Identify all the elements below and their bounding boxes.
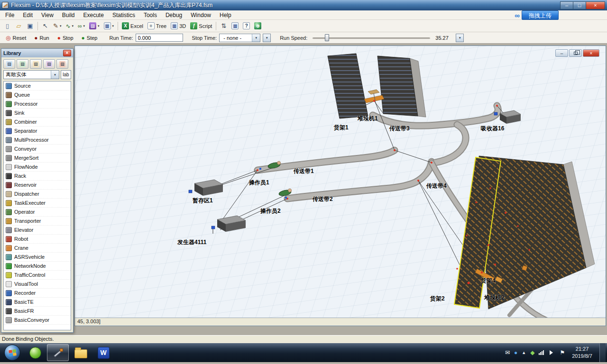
stop-time-options-button[interactable]: ▾ bbox=[263, 34, 271, 42]
library-item[interactable]: Transporter bbox=[4, 217, 71, 226]
library-item[interactable]: BasicTE bbox=[4, 298, 71, 307]
run-speed-options-button[interactable]: ▾ bbox=[456, 34, 464, 42]
library-tool-button-5[interactable]: ▤ bbox=[56, 59, 68, 69]
help-button[interactable]: ? bbox=[241, 21, 252, 31]
library-tool-button-2[interactable]: ▤ bbox=[17, 59, 28, 69]
run-speed-label: Run Speed: bbox=[280, 35, 307, 41]
library-item[interactable]: Queue bbox=[4, 91, 71, 100]
rack-shelf-top-right[interactable] bbox=[377, 56, 426, 117]
chevron-down-icon[interactable]: ▾ bbox=[252, 34, 260, 42]
library-item[interactable]: MergeSort bbox=[4, 154, 71, 163]
pointer-tool-button[interactable]: ↖ bbox=[40, 21, 51, 31]
taskbar-clock[interactable]: 21:27 2019/8/7 bbox=[569, 346, 595, 360]
action-center-flag-icon[interactable]: ⚑ bbox=[560, 350, 565, 355]
library-tool-button-3[interactable]: ▤ bbox=[30, 59, 42, 69]
model-3d-scene[interactable] bbox=[75, 46, 606, 318]
library-item[interactable]: BasicConveyor bbox=[4, 316, 71, 325]
slider-thumb[interactable] bbox=[325, 34, 329, 41]
library-close-button[interactable]: × bbox=[63, 50, 71, 56]
network-icon[interactable] bbox=[539, 350, 544, 355]
maximize-button[interactable]: □ bbox=[573, 1, 586, 9]
start-button[interactable] bbox=[4, 345, 20, 361]
library-item[interactable]: Elevator bbox=[4, 226, 71, 235]
new-model-button[interactable]: ▯ bbox=[2, 21, 13, 31]
library-title-bar[interactable]: Library × bbox=[1, 49, 73, 57]
library-item[interactable]: VisualTool bbox=[4, 280, 71, 289]
security-tray-icon[interactable]: ◆ bbox=[530, 350, 534, 355]
menu-item[interactable]: View bbox=[37, 11, 58, 19]
script-button[interactable]: ƒScript bbox=[188, 21, 214, 31]
minimize-button[interactable]: – bbox=[560, 1, 573, 9]
view-settings-button[interactable]: ▦▾ bbox=[102, 21, 116, 31]
connect-s-tool-button[interactable]: ∿▾ bbox=[64, 21, 75, 31]
save-model-button[interactable]: ▣ bbox=[25, 21, 36, 31]
menu-item[interactable]: Help bbox=[215, 11, 236, 19]
stop-button[interactable]: ●Stop bbox=[55, 34, 76, 42]
library-item[interactable]: FlowNode bbox=[4, 163, 71, 172]
menu-item[interactable]: Execute bbox=[79, 11, 108, 19]
menu-item[interactable]: File bbox=[1, 11, 18, 19]
menu-item[interactable]: Window bbox=[186, 11, 215, 19]
drag-upload-button[interactable]: 拖拽上传 bbox=[522, 10, 559, 20]
library-item[interactable]: MultiProcessor bbox=[4, 136, 71, 145]
step-button[interactable]: ●Step bbox=[79, 34, 101, 42]
library-item[interactable]: BasicFR bbox=[4, 307, 71, 316]
sort-tool-button[interactable]: ⇅ bbox=[218, 21, 229, 31]
table-tool-button[interactable]: ▦ bbox=[230, 21, 240, 31]
library-item[interactable]: Robot bbox=[4, 235, 71, 244]
stop-time-select[interactable]: - none - ▾ bbox=[219, 34, 260, 42]
library-tool-button-1[interactable]: ▤ bbox=[3, 59, 15, 69]
menu-item[interactable]: Tools bbox=[139, 11, 161, 19]
viewport-restore-button[interactable] bbox=[569, 49, 582, 57]
excel-button[interactable]: XExcel bbox=[120, 21, 145, 31]
library-item[interactable]: Source bbox=[4, 82, 71, 91]
web-button[interactable]: ⊕ bbox=[252, 21, 263, 31]
3d-view-button[interactable]: ▦3D bbox=[169, 21, 188, 31]
connect-a-tool-button[interactable]: ∞▾ bbox=[76, 21, 87, 31]
taskbar-flexsim-button[interactable] bbox=[47, 344, 69, 361]
taskbar-explorer-button[interactable] bbox=[70, 344, 92, 361]
run-button[interactable]: ●Run bbox=[31, 34, 52, 42]
volume-icon[interactable] bbox=[550, 350, 555, 355]
library-item[interactable]: Conveyor bbox=[4, 145, 71, 154]
library-item[interactable]: Separator bbox=[4, 127, 71, 136]
library-item[interactable]: Combiner bbox=[4, 118, 71, 127]
menu-item[interactable]: Edit bbox=[18, 11, 37, 19]
library-item[interactable]: Sink bbox=[4, 109, 71, 118]
library-item[interactable]: TaskExecuter bbox=[4, 199, 71, 208]
library-item[interactable]: Recorder bbox=[4, 289, 71, 298]
menu-item[interactable]: Statistics bbox=[108, 11, 139, 19]
library-label-toggle-button[interactable]: lab bbox=[61, 70, 71, 79]
show-hidden-icons-button[interactable]: ▲ bbox=[522, 351, 526, 355]
run-speed-slider[interactable] bbox=[312, 34, 431, 42]
close-button[interactable]: × bbox=[586, 1, 605, 9]
run-time-input[interactable] bbox=[136, 34, 183, 42]
taskbar-word-button[interactable]: W bbox=[92, 344, 114, 361]
library-item[interactable]: Rack bbox=[4, 172, 71, 181]
library-item[interactable]: Crane bbox=[4, 244, 71, 253]
show-desktop-button[interactable] bbox=[599, 343, 606, 362]
library-filter-row: 离散实体 ▾ lab bbox=[1, 70, 73, 81]
library-item[interactable]: Dispatcher bbox=[4, 190, 71, 199]
edit-tool-button[interactable]: ✎▾ bbox=[51, 21, 63, 31]
mail-tray-icon[interactable]: ✉ bbox=[505, 350, 510, 355]
open-model-button[interactable]: ▱ bbox=[13, 21, 24, 31]
viewport-minimize-button[interactable]: – bbox=[555, 49, 568, 57]
library-category-select[interactable]: 离散实体 ▾ bbox=[3, 70, 59, 79]
library-item[interactable]: Reservoir bbox=[4, 181, 71, 190]
library-item[interactable]: NetworkNode bbox=[4, 262, 71, 271]
library-item[interactable]: ASRSvehicle bbox=[4, 253, 71, 262]
tree-button[interactable]: ≡Tree bbox=[146, 21, 168, 31]
viewport-close-button[interactable]: × bbox=[583, 49, 599, 57]
app-tray-icon[interactable]: ● bbox=[514, 350, 517, 355]
library-item[interactable]: Processor bbox=[4, 100, 71, 109]
reset-button[interactable]: ◎Reset bbox=[3, 34, 29, 42]
library-item[interactable]: Operator bbox=[4, 208, 71, 217]
library-tool-button-4[interactable]: ▤ bbox=[43, 59, 55, 69]
color-tool-button[interactable]: ▨▾ bbox=[87, 21, 101, 31]
menu-item[interactable]: Debug bbox=[161, 11, 186, 19]
chevron-down-icon[interactable]: ▾ bbox=[51, 71, 59, 79]
menu-item[interactable]: Build bbox=[58, 11, 79, 19]
taskbar-browser-button[interactable] bbox=[24, 344, 46, 361]
library-item[interactable]: TrafficControl bbox=[4, 271, 71, 280]
